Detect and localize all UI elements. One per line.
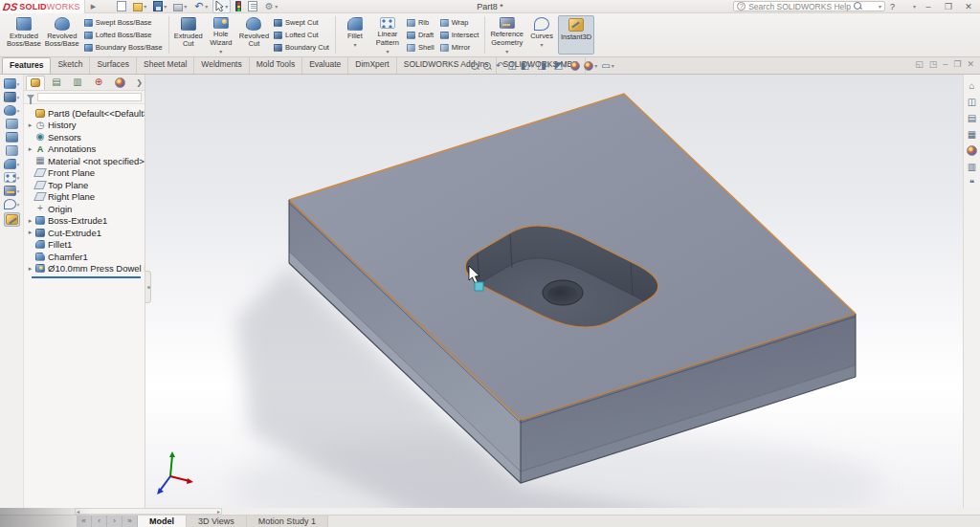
ribbon-mirror[interactable]: Mirror — [440, 42, 479, 54]
tree-item-origin[interactable]: +Origin — [26, 203, 145, 215]
ribbon-instant3d[interactable]: Instant3D — [558, 15, 594, 55]
zoom-to-fit-button[interactable] — [471, 62, 479, 71]
part-3d-view[interactable] — [145, 75, 963, 508]
dropdown-caret-icon[interactable]: ▾ — [17, 202, 20, 208]
close-button[interactable]: ✕ — [961, 2, 976, 11]
left-toolbar-shell[interactable] — [6, 145, 18, 156]
dropdown-caret-icon[interactable]: ▾ — [530, 59, 533, 73]
dropdown-caret-icon[interactable]: ▾ — [386, 48, 389, 55]
task-pane-file-explorer[interactable]: ▤ — [966, 112, 979, 124]
expand-arrow-icon[interactable]: ▸ — [26, 217, 34, 225]
dropdown-caret-icon[interactable]: ▾ — [353, 41, 356, 48]
fm-tab-dimxpert-manager[interactable]: ⊕ — [89, 76, 108, 90]
print-button[interactable]: ▾ — [171, 1, 189, 12]
fm-tab-feature-tree[interactable] — [26, 76, 45, 90]
ribbon-linear-pattern[interactable]: Linear Pattern▾ — [371, 15, 404, 55]
rebuild-button[interactable] — [234, 0, 243, 12]
doc-restore-button[interactable]: ❐ — [953, 59, 961, 69]
task-pane-home[interactable]: ⌂ — [966, 79, 979, 92]
select-button[interactable]: ▾ — [212, 0, 231, 13]
ribbon-lofted-boss-base[interactable]: Lofted Boss/Base — [84, 30, 163, 41]
tree-item-part8-default-default-display-state[interactable]: Part8 (Default<<Default>_Display State — [26, 107, 145, 120]
tree-horizontal-scrollbar[interactable]: ◂ ▸ — [75, 508, 222, 515]
left-toolbar-fillet[interactable]: ▾ — [4, 159, 20, 169]
dropdown-caret-icon[interactable]: ▾ — [17, 108, 20, 114]
options-button[interactable]: ⚙▾ — [262, 0, 279, 12]
tab-model[interactable]: Model — [138, 516, 187, 527]
scroll-left-icon[interactable]: ◂ — [76, 508, 80, 515]
fm-tabs-overflow-icon[interactable]: ❯ — [136, 78, 143, 87]
tree-item-sensors[interactable]: ◉Sensors — [26, 131, 145, 143]
undo-button[interactable]: ↶▾ — [191, 0, 210, 12]
tab-nav-previous-button[interactable]: ‹ — [92, 516, 107, 527]
ribbon-intersect[interactable]: Intersect — [440, 30, 479, 41]
tree-item-chamfer1[interactable]: Chamfer1 — [26, 251, 145, 263]
dropdown-caret-icon[interactable]: ▾ — [17, 81, 20, 87]
dropdown-caret-icon[interactable]: ▾ — [219, 48, 222, 55]
ribbon-rib[interactable]: Rib — [407, 17, 434, 29]
graphics-area[interactable] — [145, 75, 963, 508]
fm-tab-property-manager[interactable]: ▤ — [47, 76, 66, 90]
help-button[interactable]: ? — [890, 2, 895, 11]
search-icon[interactable] — [854, 2, 862, 11]
minimize-button[interactable]: – — [921, 2, 936, 11]
doc-pane-left-button[interactable]: ◱ — [915, 59, 924, 69]
tree-item-front-plane[interactable]: Front Plane — [26, 167, 145, 180]
dropdown-caret-icon[interactable]: ▾ — [564, 59, 567, 73]
search-dropdown-icon[interactable]: ▾ — [879, 3, 881, 10]
ribbon-reference-geometry[interactable]: Reference Geometry▾ — [488, 15, 525, 55]
dropdown-caret-icon[interactable]: ▾ — [17, 95, 20, 100]
left-toolbar-extruded-cut[interactable]: ▾ — [4, 92, 20, 102]
task-pane-view-palette[interactable]: ▦ — [966, 128, 979, 141]
previous-view-button[interactable]: ↶ — [496, 59, 503, 73]
section-view-button[interactable]: ◫ — [507, 59, 516, 73]
filter-input[interactable] — [37, 93, 142, 101]
ribbon-fillet[interactable]: Fillet▾ — [339, 15, 371, 55]
ribbon-wrap[interactable]: Wrap — [440, 17, 479, 29]
ribbon-swept-cut[interactable]: Swept Cut — [274, 17, 329, 29]
tab-nav-next-button[interactable]: › — [107, 516, 122, 527]
dropdown-caret-icon[interactable]: ▾ — [547, 59, 550, 73]
tab-evaluate[interactable]: Evaluate — [302, 57, 348, 74]
solidworks-logo[interactable]: DSSOLIDWORKS — [0, 0, 85, 13]
left-toolbar-linear-pattern[interactable]: ▾ — [4, 172, 20, 183]
ribbon-extruded-cut[interactable]: Extruded Cut — [172, 15, 205, 55]
display-style-button[interactable]: ◨▾ — [537, 59, 549, 73]
feature-tree-filter[interactable] — [24, 91, 145, 104]
edit-appearance-button[interactable] — [570, 61, 580, 71]
tree-item-right-plane[interactable]: Right Plane — [26, 191, 145, 204]
ribbon-extruded-boss-base[interactable]: Extruded Boss/Base — [5, 15, 43, 55]
rollback-bar[interactable] — [32, 276, 141, 278]
save-button[interactable]: ▾ — [151, 0, 168, 12]
ribbon-curves[interactable]: Curves▾ — [525, 15, 558, 55]
tree-item-annotations[interactable]: ▸AAnnotations — [26, 143, 145, 156]
open-dropdown-icon[interactable]: ▾ — [144, 3, 146, 10]
expand-arrow-icon[interactable]: ▸ — [26, 121, 34, 129]
dowel-hole-bore[interactable] — [547, 286, 578, 304]
tree-item-boss-extrude1[interactable]: ▸Boss-Extrude1 — [26, 215, 145, 228]
tree-item-cut-extrude1[interactable]: ▸Cut-Extrude1 — [26, 227, 145, 239]
left-toolbar-curves[interactable]: ▾ — [4, 199, 20, 209]
tab-mold-tools[interactable]: Mold Tools — [250, 57, 302, 74]
tab-features[interactable]: Features — [2, 57, 51, 74]
dropdown-caret-icon[interactable]: ▾ — [17, 188, 20, 194]
file-properties-button[interactable] — [246, 0, 259, 12]
task-pane-forum[interactable]: ❝ — [966, 177, 979, 189]
options-dropdown-icon[interactable]: ▾ — [275, 3, 278, 10]
restore-button[interactable]: ❐ — [941, 2, 956, 11]
tab-sketch[interactable]: Sketch — [51, 57, 90, 74]
dropdown-caret-icon[interactable]: ▾ — [594, 59, 597, 73]
help-dropdown-icon[interactable]: ▾ — [913, 3, 916, 10]
doc-close-button[interactable]: ✕ — [967, 59, 974, 69]
ribbon-boundary-boss-base[interactable]: Boundary Boss/Base — [84, 42, 163, 54]
dropdown-caret-icon[interactable]: ▾ — [17, 162, 20, 167]
tab-nav-first-button[interactable]: « — [77, 516, 92, 527]
undo-dropdown-icon[interactable]: ▾ — [205, 3, 208, 10]
tab-dimxpert[interactable]: DimXpert — [348, 57, 396, 74]
left-toolbar-instant3d[interactable] — [4, 212, 20, 227]
open-button[interactable]: ▾ — [131, 0, 148, 12]
tab-sheet-metal[interactable]: Sheet Metal — [137, 57, 194, 74]
tree-item-fillet1[interactable]: Fillet1 — [26, 239, 145, 252]
tab-motion-study-1[interactable]: Motion Study 1 — [247, 516, 328, 527]
zoom-to-area-button[interactable] — [483, 62, 492, 71]
